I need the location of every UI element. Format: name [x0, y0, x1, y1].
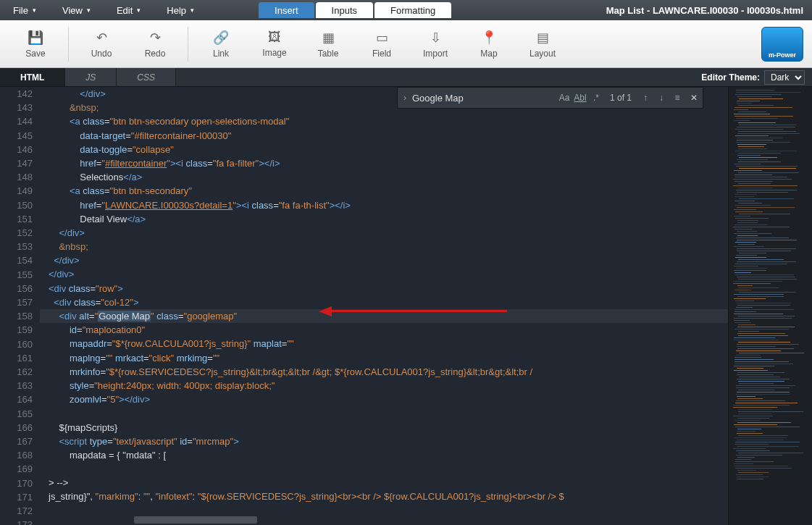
mpower-logo: m-Power — [761, 27, 803, 62]
code-editor[interactable]: 1421431441451461471481491501511521531541… — [0, 87, 812, 525]
window-title: Map List - LAWNCARE.I00030 - I00030s.htm… — [606, 0, 812, 20]
code-line[interactable]: maplng="" mrkact="click" mrkimg="" — [40, 351, 728, 365]
save-button[interactable]: 💾 Save — [9, 22, 62, 66]
tab-insert[interactable]: Insert — [259, 2, 314, 18]
code-line[interactable]: mrkinfo="$*{row.SERVICEDESC?js_string}&l… — [40, 365, 728, 379]
menu-view[interactable]: View▾ — [49, 0, 104, 20]
regex-toggle[interactable]: .* — [588, 93, 604, 103]
code-line[interactable]: </div> — [40, 226, 728, 240]
import-icon: ⇩ — [430, 30, 441, 46]
menu-file[interactable]: File▾ — [0, 0, 49, 20]
field-button[interactable]: ▭ Field — [355, 22, 409, 66]
code-line[interactable]: <script type="text/javascript" id="mrcma… — [40, 434, 728, 448]
code-line[interactable]: zoomlvl="5"></div> — [40, 392, 728, 406]
find-count: 1 of 1 — [610, 93, 632, 103]
layout-icon: ▤ — [537, 30, 549, 46]
code-line[interactable]: style="height:240px; width: 400px; displ… — [40, 379, 728, 392]
code-line[interactable]: href="#filtercontainer"><i class="fa fa-… — [40, 156, 728, 170]
find-prev-icon[interactable]: ↑ — [637, 93, 653, 103]
map-button[interactable]: 📍 Map — [462, 22, 516, 66]
minimap[interactable] — [728, 87, 812, 525]
filetab-html[interactable]: HTML — [0, 68, 65, 86]
theme-select[interactable]: Dark — [764, 70, 805, 85]
undo-button[interactable]: ↶ Undo — [75, 22, 128, 66]
image-button[interactable]: 🖼 Image — [248, 22, 301, 66]
find-collapse-icon[interactable]: › — [398, 93, 412, 103]
scrollbar-thumb[interactable] — [134, 516, 257, 524]
filetab-css[interactable]: CSS — [117, 68, 176, 86]
filetab-js[interactable]: JS — [65, 68, 117, 86]
map-icon: 📍 — [481, 30, 497, 46]
chevron-down-icon: ▾ — [137, 7, 141, 14]
find-filter-icon[interactable]: ≡ — [669, 93, 685, 103]
code-line[interactable] — [40, 406, 728, 420]
code-line[interactable]: </div> — [40, 267, 728, 281]
save-icon: 💾 — [28, 30, 43, 46]
import-button[interactable]: ⇩ Import — [409, 22, 462, 66]
code-line[interactable]: data-toggle="collapse" — [40, 143, 728, 156]
wholeword-toggle[interactable]: Abl — [572, 93, 588, 103]
redo-icon: ↷ — [150, 30, 161, 46]
line-gutter: 1421431441451461471481491501511521531541… — [0, 87, 40, 525]
tab-inputs[interactable]: Inputs — [316, 2, 373, 18]
matchcase-toggle[interactable]: Aa — [556, 93, 572, 103]
code-line[interactable]: mapaddr="$*{row.CALCULA001?js_string}" m… — [40, 337, 728, 350]
table-button[interactable]: ▦ Table — [301, 22, 355, 66]
layout-button[interactable]: ▤ Layout — [516, 22, 569, 66]
code-line[interactable]: mapdata = { "mdata" : [ — [40, 448, 728, 462]
code-line[interactable]: id="maplocation0" — [40, 323, 728, 337]
menu-edit[interactable]: Edit▾ — [104, 0, 154, 20]
link-icon: 🔗 — [213, 30, 229, 46]
chevron-down-icon: ▾ — [33, 7, 36, 14]
redo-button[interactable]: ↷ Redo — [128, 22, 182, 66]
table-icon: ▦ — [322, 30, 335, 46]
code-line[interactable]: Selections</a> — [40, 170, 728, 184]
code-line[interactable]: Detail View</a> — [40, 212, 728, 226]
menubar: File▾ View▾ Edit▾ Help▾ Insert Inputs Fo… — [0, 0, 812, 20]
find-bar: › Aa Abl .* 1 of 1 ↑ ↓ ≡ ✕ — [397, 87, 703, 109]
field-icon: ▭ — [376, 30, 388, 46]
code-line[interactable] — [40, 462, 728, 476]
image-icon: 🖼 — [268, 30, 281, 45]
menu-help[interactable]: Help▾ — [154, 0, 207, 20]
code-line[interactable]: <div class="row"> — [40, 282, 728, 295]
code-line[interactable]: <a class="btn btn-secondary open-selecti… — [40, 114, 728, 128]
code-line[interactable]: data-target="#filtercontainer-I00030" — [40, 129, 728, 143]
chevron-down-icon: ▾ — [87, 7, 91, 14]
chevron-down-icon: ▾ — [191, 7, 194, 14]
code-line[interactable]: > --> — [40, 476, 728, 490]
code-line[interactable]: href="LAWNCARE.I00030s?detail=1"><i clas… — [40, 198, 728, 212]
code-line[interactable]: &nbsp; — [40, 240, 728, 253]
theme-label: Editor Theme: — [701, 72, 760, 83]
undo-icon: ↶ — [96, 30, 107, 46]
horizontal-scrollbar[interactable] — [40, 515, 728, 525]
find-close-icon[interactable]: ✕ — [685, 93, 703, 103]
code-line[interactable]: <a class="btn btn-secondary" — [40, 184, 728, 198]
link-button[interactable]: 🔗 Link — [194, 22, 248, 66]
tab-formatting[interactable]: Formatting — [374, 2, 451, 18]
find-input[interactable] — [412, 93, 553, 104]
find-next-icon[interactable]: ↓ — [653, 93, 669, 103]
code-line[interactable]: </div> — [40, 253, 728, 267]
editor-header: HTML JS CSS Editor Theme: Dark — [0, 68, 812, 87]
toolbar: 💾 Save ↶ Undo ↷ Redo 🔗 Link 🖼 Image ▦ Ta… — [0, 20, 812, 68]
annotation-arrow — [319, 306, 507, 316]
code-line[interactable]: js_string}", "markimg": "", "infotext": … — [40, 490, 728, 503]
code-line[interactable]: ${mapScripts} — [40, 421, 728, 434]
